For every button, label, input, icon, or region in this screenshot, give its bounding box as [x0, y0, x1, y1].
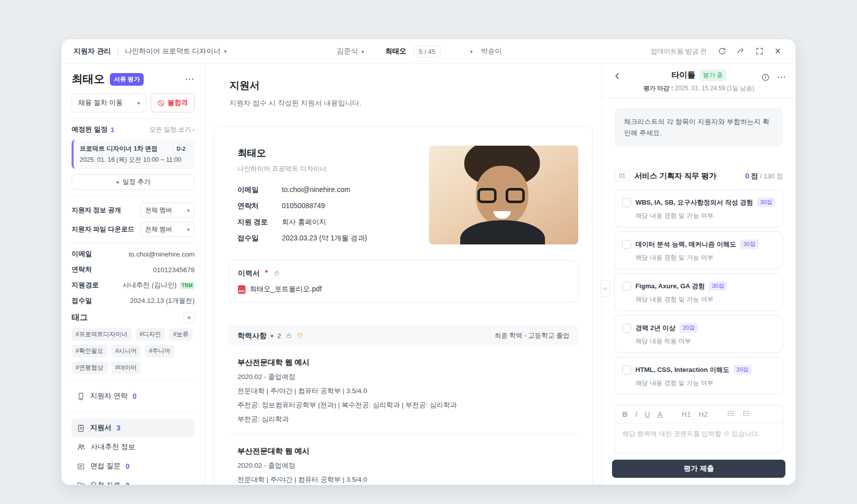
file-name: 최태오_포트폴리오.pdf — [250, 285, 322, 294]
move-stage-dropdown[interactable]: 채용 절차 이동 ▾ — [72, 93, 147, 112]
candidate-sidebar: 최태오 서류 평가 ⋯ 채용 절차 이동 ▾ 불합격 예정된 일정 1 모든 일… — [62, 64, 205, 485]
section-title: 서비스 기획자 직무 평가 — [635, 171, 717, 181]
sidebar-item-requested-files[interactable]: 요청 자료 0 — [72, 476, 195, 485]
nav-label: 지원서 — [90, 423, 111, 432]
schedule-section-label: 예정된 일정 — [72, 125, 107, 134]
evaluation-deadline: 평가 마감 : 2025. 01. 15 24:59 (1일 남음) — [612, 84, 785, 93]
heading2-button[interactable]: H2 — [699, 410, 708, 418]
portfolio-file-link[interactable]: PDF 최태오_포트폴리오.pdf — [238, 285, 569, 294]
source-label: 지원경로 — [72, 281, 99, 290]
application-card: 최태오 나인하이어 프로덕트 디자이너 이메일 to.choi@ninehire… — [214, 126, 593, 485]
tag-chip[interactable]: #데이터 — [111, 361, 141, 374]
resume-section: 이력서 PDF 최태오_포트폴리오.pdf — [228, 260, 578, 302]
breadcrumb: 지원자 관리 — [74, 47, 111, 56]
row-label: 연락처 — [237, 202, 282, 211]
comment-input[interactable]: 해당 항목에 대한 코멘트를 입력할 수 있습니다. — [615, 423, 782, 453]
share-icon[interactable] — [735, 46, 746, 57]
row-value: 2023.03.23 (약 1개월 경과) — [282, 234, 367, 243]
file-download-dropdown[interactable]: 전체 멤버 ▾ — [140, 222, 195, 237]
add-schedule-button[interactable]: + 일정 추가 — [72, 174, 195, 190]
checklist-notice: 체크리스트의 각 항목이 지원자와 부합하는지 확인해 주세요. — [615, 108, 783, 146]
sidebar-item-interview-questions[interactable]: 면접 질문 0 — [72, 457, 195, 476]
checkbox[interactable] — [622, 324, 631, 333]
candidate-pager[interactable]: 5 / 45 — [413, 46, 441, 57]
tag-chip[interactable]: #프로덕트디자이너 — [72, 328, 132, 341]
bullet-list-icon[interactable] — [743, 409, 751, 419]
more-menu-icon[interactable]: ⋯ — [777, 72, 786, 83]
checklist-item: 경력 2년 이상 20점 해당 내용 적용 여부 — [615, 315, 783, 353]
info-disclosure-dropdown[interactable]: 전체 멤버 ▾ — [140, 203, 195, 218]
tag-list: #프로덕트디자이너 #디자인 #보류 #확인필요 #시니어 #주니어 #연봉협상… — [72, 328, 195, 374]
bold-button[interactable]: B — [622, 410, 627, 418]
event-title: 프로덕트 디자이너 1차 면접 — [80, 145, 158, 153]
education-entry: 부산전문대학 웹 예시 2020.02 - 졸업예정 전문대학 | 주/야간 |… — [228, 346, 578, 434]
evaluation-panel: 타이틀 평가 중 평가 마감 : 2025. 01. 15 24:59 (1일 … — [602, 64, 795, 485]
more-menu-icon[interactable]: ⋯ — [185, 74, 195, 85]
info-disclosure-label: 지원자 정보 공개 — [72, 206, 121, 215]
sidebar-item-application[interactable]: 지원서 3 — [72, 418, 195, 437]
evaluation-title: 타이틀 — [671, 70, 696, 81]
checkbox[interactable] — [622, 240, 631, 249]
refresh-icon[interactable] — [716, 46, 727, 57]
divider — [72, 412, 195, 412]
page-subtitle: 지원자 접수 시 작성된 지원서 내용입니다. — [229, 99, 593, 108]
submit-evaluation-button[interactable]: 평가 제출 — [612, 460, 785, 478]
period: 2020.02 - 졸업예정 — [237, 461, 569, 470]
ordered-list-icon[interactable] — [727, 409, 735, 419]
close-icon[interactable]: ✕ — [772, 46, 783, 57]
tag-chip[interactable]: #연봉협상 — [72, 361, 107, 374]
nav-count: 0 — [133, 392, 137, 400]
row-label: 접수일 — [237, 234, 282, 243]
reject-button[interactable]: 불합격 — [151, 93, 195, 112]
tag-chip[interactable]: #확인필요 — [72, 345, 107, 357]
tag-chip[interactable]: #주니어 — [145, 345, 174, 357]
item-title: WBS, IA, SB, 요구사항정의서 작성 경험 — [635, 198, 753, 207]
italic-button[interactable]: I — [635, 410, 637, 418]
chevron-down-icon[interactable]: ▾ — [470, 49, 473, 54]
schedule-event-card[interactable]: 프로덕트 디자이너 1차 면접 D-2 2025. 01. 16 (목) 오전 … — [72, 140, 195, 169]
chevron-down-icon: ▾ — [137, 100, 140, 106]
tag-chip[interactable]: #시니어 — [111, 345, 141, 357]
lock-icon — [285, 331, 292, 340]
sidebar-item-contact[interactable]: 지원자 연락 0 — [72, 387, 195, 406]
underline-button[interactable]: U — [645, 410, 650, 418]
fullscreen-icon[interactable] — [754, 46, 765, 57]
info-icon[interactable] — [760, 72, 771, 83]
trm-badge: TRM — [179, 282, 195, 289]
job-posting-selector[interactable]: 나인하이어 프로덕트 디자이너 — [125, 47, 221, 56]
checkbox[interactable] — [622, 282, 631, 291]
nav-count: 0 — [126, 481, 130, 485]
applied-date-label: 접수일 — [72, 296, 92, 305]
sidebar-item-referral[interactable]: 사내추천 정보 — [72, 437, 195, 457]
back-icon[interactable] — [612, 72, 623, 83]
view-all-schedules-link[interactable]: 모든 일정 보기 › — [149, 125, 195, 134]
tag-chip[interactable]: #보류 — [169, 328, 193, 341]
add-tag-button[interactable]: + — [183, 312, 195, 323]
evaluation-footer: 평가 제출 — [602, 455, 795, 485]
page-title: 지원서 — [229, 79, 593, 92]
points-badge: 30점 — [709, 281, 727, 291]
row-value: 01050088749 — [282, 202, 325, 211]
divider — [72, 380, 195, 381]
majors: 주전공: 정보컴퓨터공학부 (전과) | 복수전공: 심리학과 | 부전공: 심… — [237, 401, 569, 410]
checkbox[interactable] — [622, 365, 631, 374]
next-candidate[interactable]: 박송이 — [481, 47, 502, 56]
chevron-down-icon[interactable]: ▾ — [361, 49, 364, 54]
editor-toolbar: B I U A H1 H2 — [615, 405, 782, 423]
nav-count: 0 — [126, 462, 130, 470]
dday-badge: D-2 — [173, 144, 189, 153]
checkbox[interactable] — [622, 198, 631, 207]
prev-candidate[interactable]: 김준식 — [337, 47, 358, 56]
applicant-photo — [429, 146, 578, 244]
people-icon — [77, 443, 86, 452]
text-color-button[interactable]: A — [657, 410, 662, 418]
divider — [72, 243, 195, 243]
item-desc: 해당 내용 경험 및 가능 여부 — [635, 254, 775, 262]
chevron-down-icon: ▾ — [187, 227, 190, 232]
chevron-down-icon[interactable]: ▾ — [224, 48, 226, 54]
tag-chip[interactable]: #디자인 — [136, 328, 165, 341]
heading1-button[interactable]: H1 — [682, 410, 691, 418]
panel-resize-handle[interactable]: ‹› — [600, 280, 610, 297]
evaluation-body: 체크리스트의 각 항목이 지원자와 부합하는지 확인해 주세요. 01 서비스 … — [602, 98, 795, 455]
info-disclosure-value: 전체 멤버 — [145, 206, 172, 215]
